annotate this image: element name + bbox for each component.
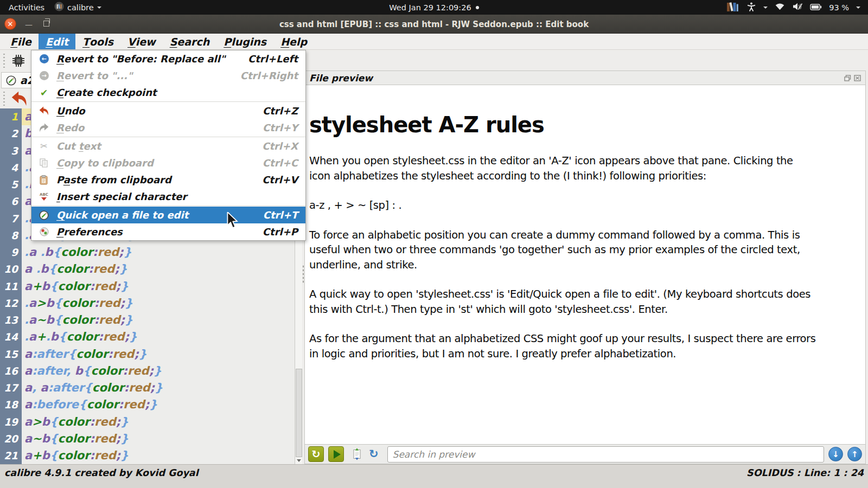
run-preview-button[interactable] [328,446,344,462]
arrow-up-icon: ↑ [851,450,858,459]
status-bar: calibre 4.9.1 created by Kovid Goyal SOL… [0,464,868,488]
code-text[interactable]: .a~b{color:red;} [22,312,295,329]
refresh-icon: ↻ [312,449,321,459]
menu-item-label: Quick open a file to edit [56,209,258,221]
menu-item-shortcut: Ctrl+Right [240,70,298,81]
menubar-item-file[interactable]: File [3,34,39,49]
line-number: 18 [0,396,22,413]
menu-item-create-checkpoint[interactable]: ✔Create checkpoint [31,84,305,101]
minimize-button[interactable]: — [24,19,34,29]
menubar-item-view[interactable]: View [120,34,163,49]
code-text[interactable]: a:before{color:red;} [22,396,295,413]
edit-menu-popup: ←Revert to "Before: Replace all"Ctrl+Lef… [31,50,306,241]
code-line[interactable]: 13.a~b{color:red;} [0,312,295,329]
preview-heading: stylesheet A-Z rules [309,112,844,137]
code-text[interactable]: a+b{color:red;} [22,447,295,464]
menu-item-revert-to[interactable]: →Revert to "..."Ctrl+Right [31,67,305,84]
menu-item-revert-to-before-replace-all[interactable]: ←Revert to "Before: Replace all"Ctrl+Lef… [31,50,305,67]
close-panel-icon[interactable] [854,75,861,81]
toolbar-drag-handle[interactable] [2,92,6,106]
search-preview-input[interactable] [387,446,824,463]
menubar-item-help[interactable]: Help [273,34,314,49]
code-line[interactable]: 14.a+.b{color:red;} [0,329,295,345]
float-panel-icon[interactable] [844,75,851,81]
menu-item-undo[interactable]: UndoCtrl+Z [31,102,305,119]
file-edit-icon [6,75,16,86]
code-text[interactable]: a+b{color:red;} [22,278,295,295]
code-line[interactable]: 15a:after{color:red;} [0,346,295,363]
line-number: 7 [0,210,22,227]
menubar-item-edit[interactable]: Edit [39,34,75,49]
insert-special-character-toolbar-icon[interactable] [11,54,25,68]
code-line[interactable]: 9.a .b{color:red;} [0,244,295,261]
maximize-button[interactable] [43,21,49,27]
reload-icon[interactable]: ↻ [369,448,379,460]
window-title-bar[interactable]: css and html [EPUB] :: css and html - RJ… [0,15,868,34]
menubar-item-search[interactable]: Search [163,34,217,49]
line-number: 8 [0,227,22,244]
code-line[interactable]: 16a:after, b{color:red;} [0,363,295,380]
menubar-item-tools[interactable]: Tools [75,34,120,49]
menu-separator [31,206,305,206]
app-menu-button[interactable]: calibre [54,0,101,15]
wifi-icon [775,3,785,12]
line-number: 5 [0,176,22,193]
code-line[interactable]: 11a+b{color:red;} [0,278,295,295]
code-text[interactable]: a, a:after{color:red;} [22,380,295,396]
quick-open-icon [37,210,51,220]
menu-item-label: Preferences [56,226,257,237]
code-text[interactable]: a>b{color:red;} [22,414,295,431]
revert-right-icon: → [37,71,51,80]
copy-icon [37,158,51,168]
menu-item-paste-from-clipboard[interactable]: Paste from clipboardCtrl+V [31,171,305,188]
preview-paragraph: When you open stylesheet.css in the edit… [309,153,816,183]
code-line[interactable]: 10a .b{color:red;} [0,261,295,278]
code-line[interactable]: 18a:before{color:red;} [0,396,295,413]
code-line[interactable]: 21a+b{color:red;} [0,447,295,464]
code-text[interactable]: .a+.b{color:red;} [22,329,295,345]
menu-item-shortcut: Ctrl+Left [248,53,298,65]
redo-icon [37,123,51,132]
line-number: 6 [0,193,22,210]
code-text[interactable]: a:after, b{color:red;} [22,363,295,380]
close-button[interactable]: ✕ [4,18,16,30]
code-text[interactable]: .a .b{color:red;} [22,244,295,261]
sync-position-icon[interactable] [353,448,361,460]
activities-button[interactable]: Activities [9,0,44,15]
line-number: 17 [0,380,22,396]
chevron-down-icon [97,7,101,9]
scrollbar-down-button[interactable] [296,457,302,464]
code-line[interactable]: 17a, a:after{color:red;} [0,380,295,396]
system-tray[interactable]: 93 % [725,0,860,15]
menu-item-preferences[interactable]: PreferencesCtrl+P [31,223,305,240]
code-line[interactable]: 20a~b{color:red;} [0,431,295,447]
code-text[interactable]: a .b{color:red;} [22,261,295,278]
menu-item-label: Create checkpoint [56,87,292,98]
refresh-preview-button[interactable]: ↻ [308,446,324,462]
chevron-down-icon [763,7,768,9]
menu-item-redo[interactable]: RedoCtrl+Y [31,119,305,136]
menu-item-insert-special-character[interactable]: ABCInsert special character [31,188,305,205]
volume-muted-icon [792,2,803,12]
menu-item-quick-open-a-file-to-edit[interactable]: Quick open a file to editCtrl+T [31,207,305,223]
line-number: 19 [0,414,22,431]
menu-item-copy-to-clipboard[interactable]: Copy to clipboardCtrl+C [31,155,305,171]
code-line[interactable]: 12.a>b{color:red;} [0,295,295,312]
code-text[interactable]: a:after{color:red;} [22,346,295,363]
line-number: 21 [0,447,22,464]
menubar-item-plugins[interactable]: Plugins [216,34,273,49]
code-text[interactable]: a~b{color:red;} [22,431,295,447]
menu-item-cut-text[interactable]: ✂Cut textCtrl+X [31,138,305,155]
toolbar-drag-handle[interactable] [2,54,6,68]
code-text[interactable]: .a>b{color:red;} [22,295,295,312]
status-version-text: calibre 4.9.1 created by Kovid Goyal [4,467,199,478]
find-next-button[interactable]: ↓ [828,447,843,461]
find-previous-button[interactable]: ↑ [847,447,862,461]
scrollbar-thumb[interactable] [296,369,302,457]
undo-toolbar-icon[interactable] [10,91,28,106]
menu-item-label: Undo [56,105,257,117]
calibre-books-icon [725,2,739,14]
code-line[interactable]: 19a>b{color:red;} [0,414,295,431]
file-preview-title-bar: File preview [304,70,866,85]
clock-text[interactable]: Wed Jan 29 12:09:26 [389,3,471,12]
